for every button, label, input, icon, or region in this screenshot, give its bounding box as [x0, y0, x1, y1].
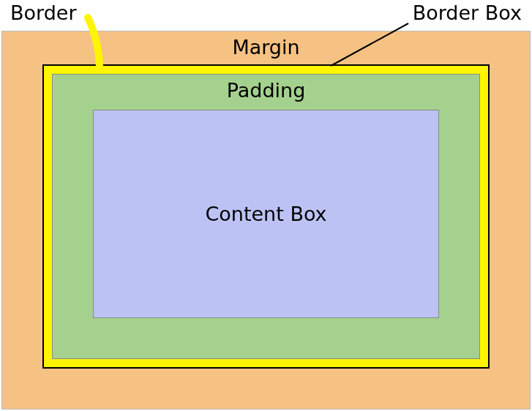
content-box-region: Content Box	[93, 110, 439, 318]
border-box-label: Border Box	[413, 1, 522, 24]
border-label: Border	[10, 1, 77, 24]
padding-region: Padding Content Box	[52, 74, 480, 359]
padding-text: Padding	[53, 79, 479, 102]
margin-region: Margin Padding Content Box	[1, 31, 531, 410]
border-region: Padding Content Box	[42, 64, 490, 369]
margin-text: Margin	[2, 36, 530, 59]
content-box-text: Content Box	[205, 203, 326, 225]
